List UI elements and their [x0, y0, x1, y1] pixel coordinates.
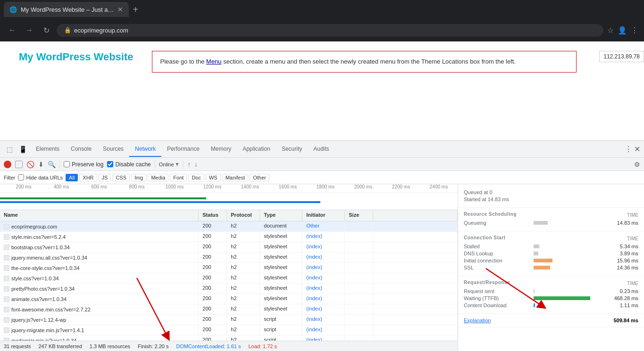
lock-icon: 🔒 [64, 27, 71, 33]
new-tab-btn[interactable]: + [133, 4, 138, 15]
waiting-label: Waiting (TTFB) [464, 295, 530, 301]
download-icon[interactable]: ↓ [194, 161, 198, 168]
th-time[interactable] [373, 210, 458, 221]
stop-btn[interactable] [15, 161, 23, 168]
filter-css[interactable]: CSS [112, 174, 130, 181]
preserve-log-checkbox[interactable]: Preserve log [64, 161, 103, 168]
table-row[interactable]: style.min.css?ver=5.2.4 200 h2 styleshee… [0, 232, 458, 242]
devtools-more-btn[interactable]: ⋮ [625, 145, 632, 154]
file-icon [4, 245, 9, 250]
active-tab[interactable]: 🌐 My WordPress Website – Just a… ✕ [4, 2, 129, 17]
tab-console[interactable]: Console [65, 142, 97, 157]
inspect-icon[interactable]: ⬚ [4, 144, 15, 155]
back-btn[interactable]: ← [6, 24, 19, 37]
tab-close-btn[interactable]: ✕ [117, 6, 123, 13]
th-protocol[interactable]: Protocol [227, 210, 260, 221]
forward-btn[interactable]: → [23, 24, 36, 37]
tab-sources[interactable]: Sources [97, 142, 129, 157]
table-row[interactable]: animate.css?ver=1.0.34 200 h2 stylesheet… [0, 294, 458, 304]
device-icon[interactable]: 📱 [17, 144, 28, 155]
request-sent-bar-container [534, 289, 616, 293]
network-toolbar: 🚫 ⬇ 🔍 Preserve log Disable cache Online … [0, 158, 644, 171]
dns-label: DNS Lookup [464, 251, 530, 256]
file-icon [4, 224, 9, 229]
file-icon [4, 265, 9, 271]
filter-font[interactable]: Font [170, 174, 187, 181]
filter-media[interactable]: Media [148, 174, 168, 181]
avatar-btn[interactable]: 👤 [618, 26, 627, 35]
filter-doc[interactable]: Doc [188, 174, 204, 181]
hide-data-urls-label[interactable]: Hide data URLs [18, 174, 63, 180]
file-icon [4, 276, 9, 281]
timeline-bar-blue [0, 201, 320, 203]
tl-600: 600 ms [80, 184, 118, 192]
th-size[interactable]: Size [345, 210, 373, 221]
th-status[interactable]: Status [199, 210, 227, 221]
filter-btn[interactable]: ⬇ [38, 161, 44, 168]
filter-img[interactable]: Img [131, 174, 146, 181]
refresh-btn[interactable]: ↻ [40, 24, 53, 37]
clear-btn[interactable]: 🚫 [26, 161, 34, 168]
preserve-log-input[interactable] [64, 161, 70, 167]
filter-all[interactable]: All [66, 174, 78, 181]
table-row[interactable]: prettyPhoto.css?ver=1.0.34 200 h2 styles… [0, 284, 458, 294]
tl-2000: 2000 ms [344, 184, 382, 192]
filter-ws[interactable]: WS [206, 174, 221, 181]
disable-cache-checkbox[interactable]: Disable cache [107, 161, 151, 168]
stalled-row: Stalled 5.34 ms [464, 244, 638, 249]
download-bar [534, 303, 535, 307]
file-icon [4, 286, 9, 292]
network-table: 200 ms 400 ms 600 ms 800 ms 1000 ms 1200… [0, 184, 458, 351]
tab-application[interactable]: Application [237, 142, 276, 157]
star-btn[interactable]: ☆ [607, 26, 614, 35]
table-row[interactable]: ecoprimegroup.com 200 h2 document Other [0, 221, 458, 232]
tab-elements[interactable]: Elements [30, 142, 65, 157]
devtools-close-btn[interactable]: ✕ [634, 145, 640, 154]
page-content: My WordPress Website Please go to the Me… [0, 41, 644, 140]
th-initiator[interactable]: Initiator [302, 210, 345, 221]
tl-1000: 1000 ms [156, 184, 193, 192]
table-row[interactable]: jquery.mmenu.all.css?ver=1.0.34 200 h2 s… [0, 253, 458, 263]
dns-value: 3.89 ms [620, 251, 638, 256]
browser-actions: ☆ 👤 ⋮ [607, 26, 638, 35]
tab-memory[interactable]: Memory [205, 142, 237, 157]
timing-panel: Queued at 0 Started at 14.83 ms Resource… [458, 184, 644, 351]
table-row[interactable]: font-awesome.min.css?ver=2.7.22 200 h2 s… [0, 304, 458, 315]
menu-btn[interactable]: ⋮ [631, 26, 638, 35]
notice-box: Please go to the Menu section, create a … [152, 51, 577, 73]
table-row[interactable]: jquery.js?ver=1.12.4-wp 200 h2 script (i… [0, 315, 458, 325]
th-type[interactable]: Type [260, 210, 302, 221]
hide-data-urls-input[interactable] [18, 174, 24, 180]
ssl-bar [534, 266, 550, 269]
filter-xhr[interactable]: XHR [79, 174, 97, 181]
online-dropdown[interactable]: Online ▼ [159, 162, 180, 167]
search-btn[interactable]: 🔍 [48, 161, 56, 168]
tab-audits[interactable]: Audits [308, 142, 335, 157]
gear-icon[interactable]: ⚙ [634, 161, 640, 168]
tab-security[interactable]: Security [276, 142, 308, 157]
table-row[interactable]: jquery-migrate.min.js?ver=1.4.1 200 h2 s… [0, 325, 458, 335]
table-row[interactable]: the-core-style.css?ver=1.0.34 200 h2 sty… [0, 263, 458, 273]
address-input[interactable]: 🔒 ecoprimegroup.com [57, 24, 603, 37]
filter-js[interactable]: JS [99, 174, 111, 181]
tab-network[interactable]: Network [129, 142, 161, 157]
time-col-label-3: TIME [627, 281, 638, 286]
menu-link[interactable]: Menu [206, 58, 222, 65]
explanation-link[interactable]: Explanation [464, 318, 491, 323]
th-name[interactable]: Name [0, 210, 199, 221]
upload-icon[interactable]: ↑ [187, 161, 191, 168]
disable-cache-input[interactable] [107, 161, 113, 167]
filter-manifest[interactable]: Manifest [222, 174, 249, 181]
table-row[interactable]: style.css?ver=1.0.34 200 h2 stylesheet (… [0, 273, 458, 284]
waiting-bar [534, 296, 590, 300]
filter-label: Filter [4, 175, 15, 180]
explanation-section: Explanation 509.84 ms [458, 314, 644, 327]
queueing-bar-container [534, 221, 613, 225]
filter-types: All XHR JS CSS Img Media Font Doc WS Man… [66, 174, 269, 181]
table-row[interactable]: modernizr.min.js?ver=1.0.34 200 h2 scrip… [0, 335, 458, 341]
filter-other[interactable]: Other [250, 174, 269, 181]
table-header: Name Status Protocol Type Initiator Size [0, 210, 458, 221]
tab-performance[interactable]: Performance [161, 142, 205, 157]
table-row[interactable]: bootstrap.css?ver=1.0.34 200 h2 styleshe… [0, 242, 458, 253]
record-btn[interactable] [4, 161, 11, 168]
